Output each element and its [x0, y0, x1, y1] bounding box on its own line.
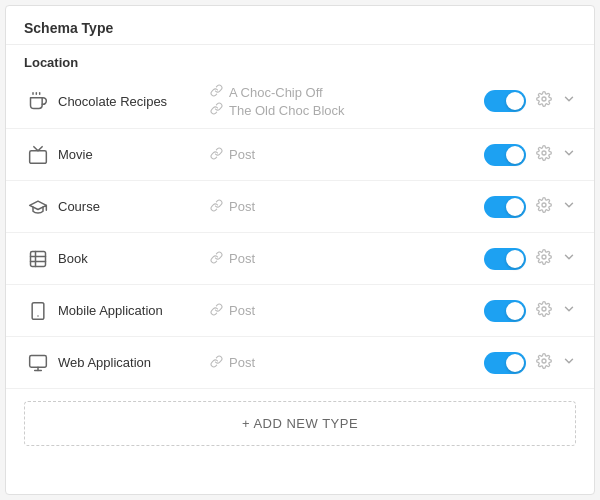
- gear-icon[interactable]: [536, 145, 552, 165]
- location-text: Post: [229, 199, 255, 214]
- row-book: Book Post: [6, 233, 594, 285]
- location-item: Post: [210, 147, 255, 163]
- svg-rect-7: [31, 251, 46, 266]
- toggle-switch[interactable]: [484, 196, 526, 218]
- web-icon: [24, 353, 52, 373]
- row-location: Post: [202, 199, 484, 215]
- location-text: Post: [229, 303, 255, 318]
- chevron-down-icon[interactable]: [562, 92, 576, 110]
- row-name: Chocolate Recipes: [52, 94, 202, 109]
- chevron-down-icon[interactable]: [562, 146, 576, 164]
- svg-rect-15: [30, 355, 47, 367]
- chevron-down-icon[interactable]: [562, 250, 576, 268]
- row-web-application: Web Application Post: [6, 337, 594, 389]
- link-icon: [210, 147, 223, 163]
- svg-point-6: [542, 203, 546, 207]
- movie-icon: [24, 145, 52, 165]
- book-icon: [24, 249, 52, 269]
- row-location: Post: [202, 355, 484, 371]
- row-controls: [484, 248, 576, 270]
- svg-point-3: [542, 97, 546, 101]
- gear-icon[interactable]: [536, 249, 552, 269]
- gear-icon[interactable]: [536, 353, 552, 373]
- row-name: Book: [52, 251, 202, 266]
- toggle-switch[interactable]: [484, 248, 526, 270]
- link-icon: [210, 303, 223, 319]
- add-new-type-button[interactable]: + ADD NEW TYPE: [24, 401, 576, 446]
- row-controls: [484, 90, 576, 112]
- row-controls: [484, 352, 576, 374]
- rows-container: Chocolate Recipes A Choc-Chip Off The Ol…: [6, 74, 594, 389]
- toggle-switch[interactable]: [484, 352, 526, 374]
- svg-rect-12: [32, 302, 44, 319]
- row-mobile-application: Mobile Application Post: [6, 285, 594, 337]
- panel-header: Schema Type: [6, 6, 594, 45]
- link-icon: [210, 102, 223, 118]
- location-item: The Old Choc Block: [210, 102, 345, 118]
- chevron-down-icon[interactable]: [562, 354, 576, 372]
- row-location: Post: [202, 251, 484, 267]
- row-controls: [484, 196, 576, 218]
- svg-point-5: [542, 151, 546, 155]
- schema-type-panel: Schema Type Location Chocolate Recipes A…: [5, 5, 595, 495]
- row-controls: [484, 300, 576, 322]
- location-item: A Choc-Chip Off: [210, 84, 323, 100]
- location-item: Post: [210, 251, 255, 267]
- gear-icon[interactable]: [536, 91, 552, 111]
- location-text: Post: [229, 355, 255, 370]
- svg-point-18: [542, 359, 546, 363]
- row-course: Course Post: [6, 181, 594, 233]
- course-icon: [24, 197, 52, 217]
- svg-point-14: [542, 307, 546, 311]
- location-text: The Old Choc Block: [229, 103, 345, 118]
- location-item: Post: [210, 199, 255, 215]
- svg-point-11: [542, 255, 546, 259]
- link-icon: [210, 355, 223, 371]
- row-name: Web Application: [52, 355, 202, 370]
- chevron-down-icon[interactable]: [562, 302, 576, 320]
- row-name: Course: [52, 199, 202, 214]
- location-item: Post: [210, 355, 255, 371]
- gear-icon[interactable]: [536, 197, 552, 217]
- mobile-icon: [24, 301, 52, 321]
- chocolate-icon: [24, 91, 52, 111]
- svg-rect-4: [30, 150, 47, 163]
- location-text: Post: [229, 147, 255, 162]
- row-location: A Choc-Chip Off The Old Choc Block: [202, 84, 484, 118]
- gear-icon[interactable]: [536, 301, 552, 321]
- section-label: Location: [6, 45, 594, 74]
- row-location: Post: [202, 303, 484, 319]
- row-name: Mobile Application: [52, 303, 202, 318]
- location-text: Post: [229, 251, 255, 266]
- row-location: Post: [202, 147, 484, 163]
- link-icon: [210, 199, 223, 215]
- link-icon: [210, 251, 223, 267]
- row-name: Movie: [52, 147, 202, 162]
- row-chocolate-recipes: Chocolate Recipes A Choc-Chip Off The Ol…: [6, 74, 594, 129]
- toggle-switch[interactable]: [484, 90, 526, 112]
- panel-title: Schema Type: [24, 20, 576, 36]
- chevron-down-icon[interactable]: [562, 198, 576, 216]
- link-icon: [210, 84, 223, 100]
- row-controls: [484, 144, 576, 166]
- toggle-switch[interactable]: [484, 300, 526, 322]
- toggle-switch[interactable]: [484, 144, 526, 166]
- row-movie: Movie Post: [6, 129, 594, 181]
- location-item: Post: [210, 303, 255, 319]
- location-text: A Choc-Chip Off: [229, 85, 323, 100]
